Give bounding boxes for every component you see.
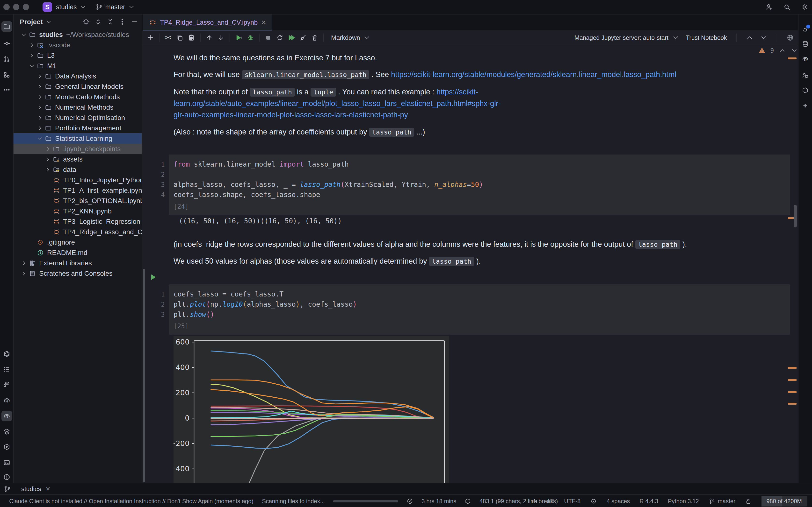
- problems-icon[interactable]: [1, 472, 12, 483]
- line-ending-select[interactable]: LF: [548, 498, 554, 505]
- code-line[interactable]: plt.show(): [173, 309, 784, 320]
- memory-indicator[interactable]: 980 of 4200M: [761, 496, 807, 507]
- python-interpreter[interactable]: Python 3.12: [668, 498, 699, 505]
- services-icon[interactable]: [1, 442, 12, 452]
- tree-item-readme-md[interactable]: README.md: [13, 247, 142, 258]
- chevron-right-icon[interactable]: [20, 260, 28, 267]
- trust-notebook-button[interactable]: Trust Notebook: [686, 34, 727, 41]
- window-minimize-button[interactable]: [13, 4, 19, 10]
- run-cell-gutter-icon[interactable]: [149, 273, 157, 281]
- scrollbar-warning-mark[interactable]: [788, 391, 797, 393]
- ai-assistant-status-icon[interactable]: [531, 498, 538, 505]
- highlighting-level-icon[interactable]: [590, 498, 597, 505]
- tree-item-data-analysis[interactable]: Data Analysis: [13, 71, 142, 81]
- tool-tab-close-icon[interactable]: ✕: [45, 486, 50, 492]
- move-cell-down-button[interactable]: [215, 32, 227, 44]
- git-tool-icon[interactable]: [3, 485, 11, 493]
- tree-item--ipynb-checkpoints[interactable]: .ipynb_checkpoints: [13, 144, 142, 154]
- hexagon-icon[interactable]: [800, 85, 811, 96]
- add-cell-button[interactable]: [145, 32, 156, 44]
- more-icon[interactable]: [1, 84, 12, 95]
- prev-cell-icon[interactable]: [746, 34, 754, 42]
- scrollbar-warning-mark[interactable]: [788, 57, 797, 59]
- chevron-right-icon[interactable]: [20, 270, 28, 277]
- prev-problem-icon[interactable]: [779, 47, 786, 54]
- code-line[interactable]: plt.plot(np.log10(alphas_lasso), coefs_l…: [173, 299, 784, 309]
- code-cell[interactable]: 123coefs_lasso = coefs_lasso.Tplt.plot(n…: [169, 284, 790, 335]
- select-opened-file-icon[interactable]: [82, 18, 90, 25]
- branch-switcher[interactable]: master: [95, 3, 136, 11]
- chevron-right-icon[interactable]: [36, 73, 44, 80]
- tree-item-numerical-optimisation[interactable]: Numerical Optimisation: [13, 113, 142, 123]
- next-problem-icon[interactable]: [791, 47, 798, 54]
- status-message[interactable]: Claude Client is not installed // Open I…: [9, 498, 253, 505]
- r-console-icon[interactable]: R: [1, 395, 12, 406]
- tree-item-tp3-logistic-regression-an[interactable]: TP3_Logistic_Regression_an: [13, 216, 142, 227]
- interrupt-kernel-button[interactable]: [262, 32, 274, 44]
- chevron-right-icon[interactable]: [36, 83, 44, 90]
- chevron-down-icon[interactable]: [28, 62, 36, 69]
- r-logo-icon[interactable]: R: [800, 54, 811, 64]
- window-close-button[interactable]: [3, 4, 10, 10]
- tree-item-numerical-methods[interactable]: Numerical Methods: [13, 102, 142, 113]
- tree-item-l3[interactable]: L3: [13, 50, 142, 61]
- cell-type-select[interactable]: Markdown: [331, 34, 371, 42]
- tree-item-data[interactable]: data: [13, 164, 142, 175]
- plugin-icon[interactable]: [800, 101, 811, 112]
- chevron-down-icon[interactable]: [36, 135, 44, 142]
- encoding-select[interactable]: UTF-8: [564, 498, 580, 505]
- tree-item-general-linear-models[interactable]: General Linear Models: [13, 81, 142, 92]
- tree-item-assets[interactable]: assets: [13, 154, 142, 164]
- cut-cell-button[interactable]: ✂: [162, 32, 174, 44]
- restart-kernel-button[interactable]: [274, 32, 286, 44]
- git-branch-widget[interactable]: master: [709, 498, 735, 505]
- window-zoom-button[interactable]: [23, 4, 29, 10]
- r-tool-icon[interactable]: R: [1, 411, 12, 421]
- tree-item--vscode[interactable]: .vscode: [13, 40, 142, 50]
- scrollbar-warning-mark[interactable]: [788, 379, 797, 381]
- collapse-all-icon[interactable]: [106, 18, 114, 25]
- move-cell-up-button[interactable]: [203, 32, 215, 44]
- time-tracked[interactable]: 3 hrs 18 mins: [421, 498, 456, 505]
- file-lock-icon[interactable]: [745, 498, 752, 505]
- tab-close-icon[interactable]: ✕: [261, 19, 266, 26]
- tree-item-monte-carlo-methods[interactable]: Monte Carlo Methods: [13, 92, 142, 102]
- run-all-cells-button[interactable]: [286, 32, 297, 44]
- clear-outputs-button[interactable]: [297, 32, 309, 44]
- indent-select[interactable]: 4 spaces: [607, 498, 630, 505]
- chevron-right-icon[interactable]: [36, 125, 44, 131]
- scrollbar-warning-mark[interactable]: [788, 403, 797, 405]
- project-switcher[interactable]: studies: [56, 3, 87, 11]
- expand-all-icon[interactable]: [94, 18, 102, 25]
- next-cell-icon[interactable]: [760, 34, 767, 42]
- search-icon[interactable]: [783, 3, 791, 11]
- tree-item-scratches-and-consoles[interactable]: Scratches and Consoles: [13, 268, 142, 279]
- structure-icon[interactable]: [1, 69, 12, 80]
- chevron-right-icon[interactable]: [36, 114, 44, 121]
- kernel-status-icon[interactable]: [464, 498, 471, 505]
- tree-item-tp0-intro-jupyter-python-ip[interactable]: TP0_Intro_Jupyter_Python.ip: [13, 175, 142, 185]
- copy-cell-button[interactable]: [174, 32, 186, 44]
- chevron-right-icon[interactable]: [36, 94, 44, 101]
- ai-assistant-icon[interactable]: [800, 70, 811, 80]
- chevron-right-icon[interactable]: [44, 146, 52, 152]
- settings-gear-icon[interactable]: [801, 3, 809, 11]
- r-interpreter[interactable]: R 4.4.3: [640, 498, 658, 505]
- hyperlink[interactable]: https://scikit-learn.org/stable/modules/…: [391, 70, 676, 79]
- scrollbar-warning-mark[interactable]: [788, 367, 797, 369]
- add-user-icon[interactable]: [765, 3, 773, 11]
- delete-cell-button[interactable]: [309, 32, 320, 44]
- panel-options-icon[interactable]: [118, 18, 126, 25]
- debug-cell-button[interactable]: [245, 32, 256, 44]
- code-line[interactable]: from sklearn.linear_model import lasso_p…: [173, 159, 784, 169]
- chevron-right-icon[interactable]: [44, 156, 52, 163]
- open-in-browser-icon[interactable]: [786, 34, 794, 42]
- jupyter-server-select[interactable]: Managed Jupyter server: auto-start: [574, 34, 679, 42]
- chevron-down-icon[interactable]: [20, 32, 28, 38]
- tree-item-tp2-bis-optional-ipynb[interactable]: TP2_bis_OPTIONAL.ipynb: [13, 195, 142, 206]
- code-line[interactable]: coefs_lasso.shape, coefs_lasso.shape: [173, 190, 784, 200]
- tree-item-portfolio-management[interactable]: Portfolio Management: [13, 123, 142, 133]
- code-line[interactable]: coefs_lasso = coefs_lasso.T: [173, 289, 784, 299]
- project-folder-icon[interactable]: [1, 21, 12, 32]
- layers-icon[interactable]: [1, 426, 12, 437]
